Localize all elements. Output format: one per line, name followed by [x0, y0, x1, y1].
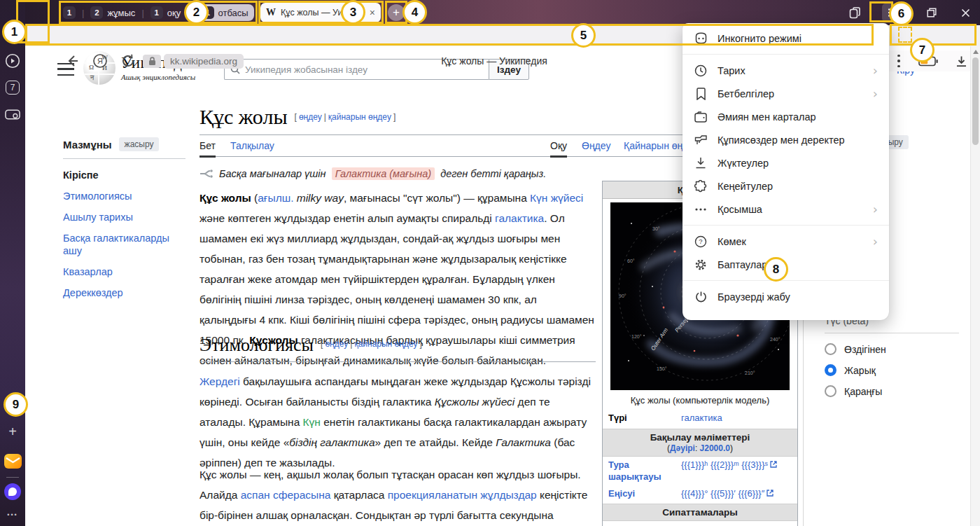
toc-hide-button[interactable]: жасыру	[119, 137, 160, 151]
yandex-mail-icon[interactable]	[4, 454, 22, 469]
callout-4: 4	[402, 0, 427, 25]
menu-item-downloads[interactable]: Жүктеулер	[682, 151, 889, 174]
edit-source-link[interactable]: қайнарын өңдеу	[328, 112, 391, 122]
link-galaxy[interactable]: галактика	[495, 212, 544, 224]
close-window-icon[interactable]	[959, 6, 972, 19]
yandex-search-icon[interactable]: Я	[92, 53, 108, 69]
toc-item-etymology[interactable]: Этимологиясы	[63, 190, 186, 203]
link-sun[interactable]: Күн	[303, 416, 321, 428]
menu-item-history[interactable]: Тарих›	[682, 59, 889, 82]
svg-text:Я: Я	[97, 57, 103, 65]
callout-1: 1	[2, 20, 27, 44]
passwords-icon	[694, 133, 708, 147]
radio-icon[interactable]	[825, 385, 836, 397]
chevron-right-icon: ›	[873, 234, 878, 249]
epoch-link[interactable]: Дәуірі	[670, 443, 695, 453]
menu-item-close-browser[interactable]: Браузерді жабу	[682, 285, 889, 308]
link-earth[interactable]: Жердегі	[200, 375, 240, 387]
tab-close-icon[interactable]: ×	[370, 7, 375, 18]
infobox-label: Түрі	[608, 412, 681, 424]
menu-item-bookmarks[interactable]: Бетбелгілер›	[682, 82, 889, 105]
screenshot-icon[interactable]	[5, 106, 20, 122]
menu-item-label: Баптаулар	[718, 259, 767, 270]
radio-selected-icon[interactable]	[825, 364, 836, 376]
link-solar-system[interactable]: Күн жүйесі	[530, 192, 583, 204]
toc-item-discovery[interactable]: Ашылу тарихы	[63, 211, 186, 224]
tab-group-1[interactable]: 1	[63, 6, 76, 19]
bookmarks-icon	[694, 87, 708, 101]
menu-item-extensions[interactable]: Кеңейтулер	[682, 174, 889, 198]
tab-page[interactable]: Бет	[200, 140, 216, 158]
settings-gear-icon	[694, 258, 708, 272]
etymology-paragraph-1: Жердегі бақылаушыға аспандағы мыңдаған ж…	[200, 371, 596, 473]
menu-item-label: Жүктеулер	[718, 158, 769, 169]
callout-2: 2	[184, 0, 209, 25]
degree-label: 90°	[619, 293, 626, 298]
site-security-badge[interactable]	[143, 55, 161, 68]
external-link-icon	[766, 490, 774, 497]
scrollbar-thumb[interactable]	[972, 57, 979, 145]
disambiguation-link[interactable]: Галактика (мағына)	[332, 167, 435, 180]
edit-link[interactable]: өңдеу	[299, 112, 322, 122]
edit-source-link[interactable]: қайнарын өңдеу	[354, 339, 417, 349]
tab-counter-badge[interactable]: 7	[6, 81, 20, 95]
appearance-color-panel: Түс (beta) Өздігінен Жарық Қараңғы	[825, 315, 972, 406]
callout-3: 3	[341, 0, 365, 25]
infobox-row-type: Түрі галактика	[603, 410, 797, 427]
dec-label-link[interactable]: Еңісуі	[608, 487, 681, 500]
toc-item-intro[interactable]: Кіріспе	[63, 169, 186, 182]
browser-titlebar: 1 | 2жұмыс | 1оқу | 1отбасы хобби W Құс …	[0, 0, 980, 25]
reload-icon[interactable]	[120, 53, 136, 69]
tab-group-study[interactable]: 1оқу	[150, 6, 181, 19]
infobox-section-characteristics: Сипаттамалары	[603, 504, 797, 521]
menu-item-label: Браузерді жабу	[718, 291, 790, 303]
color-option-light[interactable]: Жарық	[825, 364, 972, 376]
page-scrollbar[interactable]	[970, 46, 980, 526]
tab-count: 7	[10, 83, 15, 92]
link-projected-stars[interactable]: проекцияланатын жұлдыздар	[388, 489, 537, 501]
menu-item-incognito[interactable]: Инкогнито режимі	[682, 27, 889, 50]
url-field[interactable]: kk.wikipedia.org	[164, 54, 244, 69]
tab-read[interactable]: Оқу	[550, 140, 567, 158]
edit-link[interactable]: өңдеу	[325, 339, 348, 349]
external-link-icon	[770, 461, 777, 468]
tab-edit[interactable]: Өңдеу	[582, 140, 610, 155]
sidebar-add-icon[interactable]: +	[5, 424, 20, 439]
play-media-icon[interactable]	[5, 53, 20, 69]
tab-group-badge: 1	[150, 6, 163, 19]
tab-group-work[interactable]: 2жұмыс	[90, 6, 135, 19]
radio-label: Қараңғы	[844, 386, 882, 397]
color-option-dark[interactable]: Қараңғы	[825, 385, 972, 397]
toc-item-quasars[interactable]: Квазарлар	[63, 265, 186, 279]
yandex-browser-window: 1 | 2жұмыс | 1оқу | 1отбасы хобби W Құс …	[0, 0, 980, 526]
tab-talk[interactable]: Талқылау	[230, 140, 274, 155]
infobox-caption: Құс жолы (компьютерлік модель)	[603, 390, 797, 410]
degree-label: 210°	[745, 371, 755, 375]
callout-8: 8	[764, 257, 788, 282]
toc-item-other-galaxies[interactable]: Басқа галактикаларды ашу	[63, 232, 186, 258]
menu-item-passwords[interactable]: Құпиясөздер мен деректер	[682, 128, 889, 151]
kebab-menu-icon[interactable]	[897, 55, 900, 67]
restore-window-icon[interactable]	[925, 6, 938, 19]
lock-icon	[148, 57, 156, 66]
link-english[interactable]: ағылш.	[258, 192, 293, 204]
epoch-value-link[interactable]: J2000.0	[700, 443, 730, 453]
menu-item-help[interactable]: ? Көмек›	[682, 230, 889, 253]
article-title: Құс жолы[өңдеу|қайнарын өңдеу]	[200, 105, 396, 129]
downloads-icon	[694, 156, 708, 170]
color-option-auto[interactable]: Өздігінен	[825, 343, 972, 355]
download-icon[interactable]	[955, 55, 967, 67]
ra-label-link[interactable]: Тура шарықтауы	[608, 459, 681, 483]
radio-icon[interactable]	[825, 343, 836, 355]
menu-item-more[interactable]: Қосымша›	[682, 198, 889, 221]
tab-panels-icon[interactable]	[848, 6, 861, 19]
etymology-paragraph-2: Құс жолы — кең, ақшыл жолақ болып тұтасқ…	[200, 464, 596, 526]
alice-assistant-icon[interactable]	[4, 483, 21, 500]
scroll-up-icon[interactable]	[973, 50, 979, 54]
sidebar-more-icon[interactable]: •••	[5, 507, 20, 522]
back-icon[interactable]	[64, 53, 80, 69]
link-celestial-sphere[interactable]: аспан сферасына	[241, 489, 331, 501]
menu-item-wallet[interactable]: Әмиян мен карталар	[682, 105, 889, 128]
galaxy-link[interactable]: галактика	[681, 413, 722, 423]
toc-item-sources[interactable]: Дереккөздер	[63, 286, 186, 300]
